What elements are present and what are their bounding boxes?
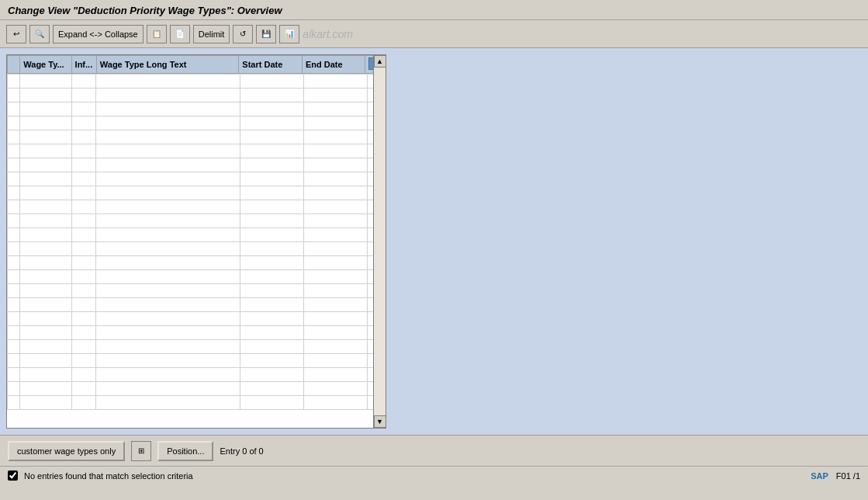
- cell-long-text: [96, 354, 240, 368]
- table-row[interactable]: [8, 144, 386, 158]
- table-row[interactable]: [8, 75, 386, 89]
- cell-inf: [72, 89, 96, 102]
- cell-wage-ty: [20, 214, 72, 228]
- cell-wage-ty: [20, 242, 72, 256]
- cell-long-text: [96, 214, 240, 228]
- cell-end-date: [303, 382, 367, 396]
- cell-inf: [72, 340, 96, 354]
- status-bar: No entries found that match selection cr…: [0, 466, 868, 484]
- table-row[interactable]: [8, 270, 386, 284]
- cell-inf: [72, 354, 96, 368]
- table-body: [8, 75, 386, 410]
- expand-collapse-button[interactable]: Expand <-> Collapse: [53, 25, 144, 43]
- table-row[interactable]: [8, 89, 386, 102]
- col-header-wage-ty[interactable]: Wage Ty...: [20, 56, 71, 74]
- table-row[interactable]: [8, 214, 386, 228]
- cell-long-text: [96, 130, 240, 144]
- table-row[interactable]: [8, 116, 386, 130]
- cell-inf: [72, 312, 96, 326]
- cell-long-text: [96, 116, 240, 130]
- cell-inf: [72, 242, 96, 256]
- cell-wage-ty: [20, 130, 72, 144]
- table-row[interactable]: [8, 242, 386, 256]
- cell-start-date: [240, 116, 303, 130]
- table-row[interactable]: [8, 284, 386, 298]
- row-selector-cell: [8, 200, 20, 214]
- cell-wage-ty: [20, 75, 72, 89]
- scroll-up-button[interactable]: ▲: [374, 55, 386, 68]
- undo-button[interactable]: ↩: [6, 25, 26, 43]
- row-selector-cell: [8, 284, 20, 298]
- cell-wage-ty: [20, 396, 72, 410]
- table-row[interactable]: [8, 368, 386, 382]
- cell-start-date: [240, 89, 303, 102]
- table-row[interactable]: [8, 228, 386, 242]
- row-selector-cell: [8, 256, 20, 270]
- cell-inf: [72, 368, 96, 382]
- table-row[interactable]: [8, 326, 386, 340]
- table-row[interactable]: [8, 200, 386, 214]
- cell-start-date: [240, 256, 303, 270]
- cell-start-date: [240, 186, 303, 200]
- cell-long-text: [96, 340, 240, 354]
- delimit-button[interactable]: Delimit: [193, 25, 230, 43]
- cell-start-date: [240, 298, 303, 312]
- table-row[interactable]: [8, 172, 386, 186]
- row-selector-header: [8, 56, 20, 74]
- watermark: alkart.com: [303, 28, 353, 40]
- position-button[interactable]: Position...: [157, 441, 213, 461]
- cell-long-text: [96, 256, 240, 270]
- col-header-start-date[interactable]: Start Date: [239, 56, 303, 74]
- back-button[interactable]: ↺: [233, 25, 253, 43]
- col-header-end-date[interactable]: End Date: [302, 56, 365, 74]
- row-selector-cell: [8, 158, 20, 172]
- table-row[interactable]: [8, 102, 386, 116]
- main-content: Wage Ty... Inf... Wage Type Long Text St…: [0, 48, 868, 435]
- vertical-scrollbar[interactable]: ▲ ▼: [373, 55, 386, 428]
- scroll-down-button[interactable]: ▼: [374, 415, 386, 428]
- cell-start-date: [240, 172, 303, 186]
- table-row[interactable]: [8, 158, 386, 172]
- save-button[interactable]: 💾: [256, 25, 276, 43]
- find-icon: 🔍: [33, 28, 46, 40]
- cell-wage-ty: [20, 270, 72, 284]
- row-selector-cell: [8, 228, 20, 242]
- table-row[interactable]: [8, 256, 386, 270]
- scroll-track[interactable]: [374, 68, 386, 415]
- table-row[interactable]: [8, 354, 386, 368]
- sap-logo: SAP: [811, 471, 828, 481]
- customer-wage-button[interactable]: customer wage types only: [8, 441, 125, 461]
- cell-start-date: [240, 340, 303, 354]
- table-row[interactable]: [8, 298, 386, 312]
- copy-button[interactable]: 📋: [147, 25, 167, 43]
- cell-long-text: [96, 172, 240, 186]
- table-row[interactable]: [8, 382, 386, 396]
- search-button[interactable]: 🔍: [29, 25, 50, 43]
- table-row[interactable]: [8, 186, 386, 200]
- col-header-inf[interactable]: Inf...: [71, 56, 96, 74]
- cell-wage-ty: [20, 354, 72, 368]
- table-body-area[interactable]: [7, 74, 386, 429]
- table-row[interactable]: [8, 312, 386, 326]
- row-selector-cell: [8, 172, 20, 186]
- cell-end-date: [303, 75, 367, 89]
- data-table-body: [7, 74, 386, 410]
- table-row[interactable]: [8, 340, 386, 354]
- status-message: No entries found that match selection cr…: [24, 471, 193, 481]
- table-icon-button[interactable]: ⊞: [131, 441, 151, 461]
- cell-inf: [72, 256, 96, 270]
- cell-end-date: [303, 89, 367, 102]
- table-header: Wage Ty... Inf... Wage Type Long Text St…: [8, 56, 386, 74]
- cell-inf: [72, 214, 96, 228]
- table-row[interactable]: [8, 396, 386, 410]
- row-selector-cell: [8, 354, 20, 368]
- col-header-long-text[interactable]: Wage Type Long Text: [96, 56, 239, 74]
- cell-inf: [72, 186, 96, 200]
- cell-inf: [72, 130, 96, 144]
- status-checkbox[interactable]: [8, 470, 18, 481]
- copy-row-icon: 📄: [174, 28, 186, 40]
- row-selector-cell: [8, 340, 20, 354]
- export-button[interactable]: 📊: [279, 25, 299, 43]
- table-row[interactable]: [8, 130, 386, 144]
- copy2-button[interactable]: 📄: [170, 25, 190, 43]
